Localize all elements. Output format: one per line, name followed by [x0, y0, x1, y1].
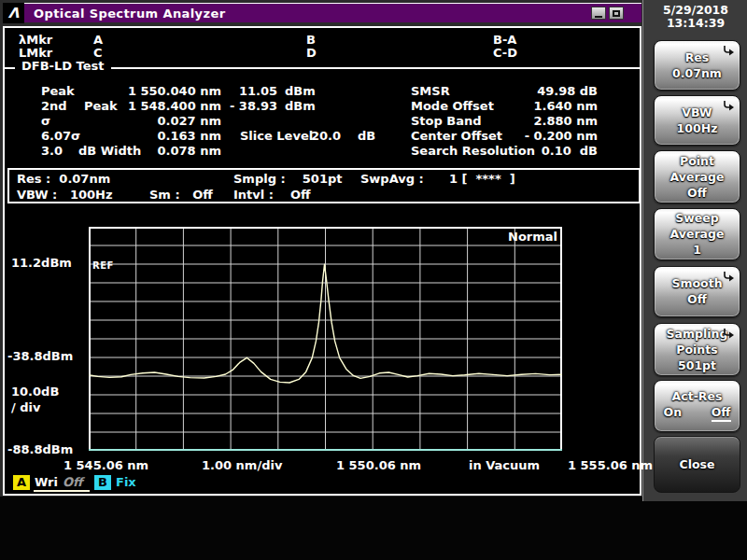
peak-wavelength-value: 1 550.040 nm: [121, 84, 221, 98]
softkey-res-title: Res: [685, 51, 710, 64]
spectrum-plot: [89, 227, 562, 451]
softkey-smooth-title: Smooth: [671, 277, 722, 290]
db-width-value: 0.078 nm: [121, 144, 221, 158]
clock-date: 5/29/2018: [645, 4, 746, 17]
softkey-sampling-line2: Points: [676, 343, 717, 357]
stop-band-label: Stop Band: [411, 114, 482, 128]
mode-offset-value: 1.640 nm: [502, 99, 598, 113]
search-resolution-value: 0.10 dB: [502, 144, 598, 158]
db-width-label: 3.0: [41, 144, 63, 158]
smooth-setting: Sm : Off: [149, 188, 213, 202]
maximize-icon: [613, 10, 620, 17]
softkey-point-average-line2: Average: [670, 171, 725, 184]
second-peak-wavelength-value: 1 548.400 nm: [121, 99, 221, 113]
brand-logo-icon: Λ: [3, 3, 24, 23]
second-peak-level-value: - 38.93: [227, 99, 277, 113]
ref-level-label: REF: [92, 260, 114, 271]
second-peak-label2: Peak: [84, 99, 118, 113]
center-offset-label: Center Offset: [411, 129, 502, 143]
softkey-vbw-value: 100Hz: [677, 122, 718, 135]
submenu-arrow-icon: [722, 100, 735, 111]
softkey-act-res-title: Act-Res: [672, 390, 723, 403]
softkey-res-value: 0.07nm: [672, 67, 722, 80]
x-axis-end-label: 1 555.06 nm: [568, 458, 653, 472]
softkey-sweep-average[interactable]: Sweep Average 1: [654, 208, 740, 260]
submenu-arrow-icon: [722, 271, 735, 282]
sigma-value: 0.027 nm: [121, 114, 221, 128]
softkey-close[interactable]: Close: [654, 436, 740, 493]
y-axis-bottom-label: -88.8dBm: [7, 442, 73, 456]
softkey-point-average-line1: Point: [680, 155, 714, 168]
x-axis-center-label: 1 550.06 nm: [336, 458, 421, 472]
trace-b-mode: Fix: [116, 475, 136, 489]
sampling-setting: Smplg : 501pt: [233, 172, 342, 186]
spectrum-plot-area: [89, 227, 562, 451]
clock: 5/29/2018 13:14:39: [645, 4, 746, 30]
submenu-arrow-icon: [722, 328, 735, 339]
trace-b-badge: B: [94, 475, 111, 490]
wavelength-marker-label: λMkr: [19, 33, 52, 47]
trace-a-state: Off: [63, 475, 83, 489]
submenu-arrow-icon: [722, 45, 735, 56]
marker-b-label: B: [306, 33, 316, 47]
mode-offset-label: Mode Offset: [411, 99, 494, 113]
y-axis-scale-label: 10.0dB: [11, 385, 59, 399]
trace-a-badge: A: [13, 475, 30, 490]
softkey-sweep-average-value: 1: [693, 244, 701, 257]
softkey-sampling-points[interactable]: Sampling Points 501pt: [654, 323, 740, 376]
stop-band-value: 2.880 nm: [502, 114, 598, 128]
osa-application: Λ Optical Spectrum Analyzer λMkr A B B-A…: [0, 0, 747, 560]
x-axis-div-label: 1.00 nm/div: [202, 458, 282, 472]
center-offset-value: - 0.200 nm: [502, 129, 598, 143]
peak-level-unit: dBm: [285, 84, 316, 98]
softkey-smooth[interactable]: Smooth Off: [654, 266, 740, 317]
vbw-setting: VBW : 100Hz: [17, 188, 112, 202]
x-axis-start-label: 1 545.06 nm: [63, 458, 148, 472]
y-axis-ref-label: 11.2dBm: [11, 256, 72, 270]
x-axis-medium-label: in Vacuum: [469, 458, 540, 472]
analysis-section-title: DFB-LD Test: [15, 59, 111, 73]
trace-mode-label: Normal: [486, 230, 557, 244]
softkey-vbw[interactable]: VBW 100Hz: [654, 95, 740, 146]
slice-level-value: 20.0: [297, 129, 341, 143]
peak-level-value: 11.05: [227, 84, 277, 98]
minimize-button[interactable]: [591, 7, 606, 20]
softkey-point-average-value: Off: [687, 187, 707, 200]
trace-a-underline: [34, 490, 90, 492]
title-bar: Λ Optical Spectrum Analyzer: [3, 3, 641, 22]
y-axis-mid-label: -38.8dBm: [7, 349, 73, 363]
function-menu-bar: Wave- length Level Scale Res/VBW/ Avg Pe…: [0, 497, 747, 560]
second-peak-level-unit: dBm: [285, 99, 316, 113]
sigma-label: σ: [41, 114, 50, 128]
marker-d-label: D: [306, 46, 317, 60]
softkey-act-res-on: On: [664, 406, 683, 422]
window-title: Optical Spectrum Analyzer: [34, 7, 225, 21]
interval-setting: Intvl : Off: [233, 188, 311, 202]
softkey-close-label: Close: [680, 458, 715, 471]
softkey-smooth-value: Off: [687, 293, 707, 306]
softkey-vbw-title: VBW: [682, 106, 712, 119]
second-peak-label: 2nd: [41, 99, 67, 113]
marker-a-label: A: [93, 33, 103, 47]
smsr-value: 49.98 dB: [502, 84, 598, 98]
softkey-point-average[interactable]: Point Average Off: [654, 150, 740, 203]
level-marker-label: LMkr: [19, 46, 52, 60]
marker-b-a-label: B-A: [493, 33, 516, 47]
softkey-sweep-average-line2: Average: [670, 228, 725, 241]
softkey-res[interactable]: Res 0.07nm: [654, 40, 740, 91]
softkey-act-res[interactable]: Act-Res On Off: [654, 380, 740, 432]
marker-c-label: C: [93, 46, 103, 60]
peak-label: Peak: [41, 84, 75, 98]
res-setting: Res : 0.07nm: [17, 172, 110, 186]
softkey-sampling-line1: Sampling: [667, 328, 728, 341]
clock-time: 13:14:39: [645, 17, 746, 30]
marker-c-d-label: C-D: [493, 46, 517, 60]
softkey-sweep-average-line1: Sweep: [675, 212, 718, 225]
maximize-button[interactable]: [609, 7, 624, 20]
soft-key-panel: 5/29/2018 13:14:39 Res 0.07nm VBW 100Hz …: [642, 0, 747, 501]
six-sigma-label: 6.07σ: [41, 129, 80, 143]
softkey-sampling-value: 501pt: [678, 359, 716, 372]
trace-a-mode: Wri: [35, 475, 58, 489]
sweep-average-setting: SwpAvg : 1 [ **** ]: [360, 172, 515, 186]
smsr-label: SMSR: [411, 84, 450, 98]
